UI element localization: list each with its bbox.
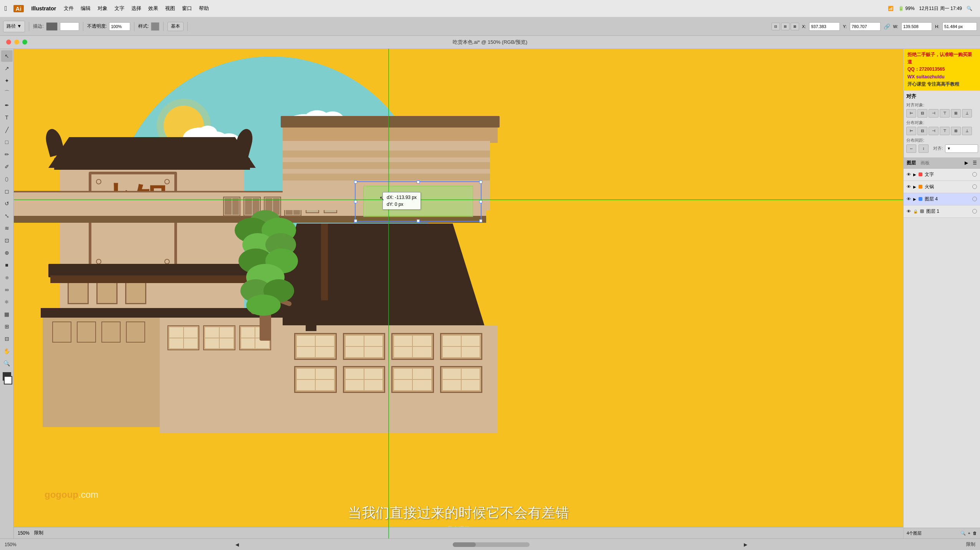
scroll-right-btn[interactable]: ▶ [744,542,747,547]
distribute-objects-section: 分布对象: ⊢ ⊟ ⊣ ⊤ ⊞ ⊥ [906,120,978,135]
layer-eye-1[interactable]: 👁 [907,209,911,214]
close-button[interactable] [6,40,11,45]
align-to-dropdown[interactable]: ▼ [945,144,978,153]
menu-text[interactable]: 文字 [114,5,124,12]
shape-builder-tool[interactable]: ⊕ [1,247,13,258]
dist-center-v-btn[interactable]: ⊞ [951,127,961,135]
menu-help[interactable]: 帮助 [199,5,209,12]
stroke-width-input[interactable] [60,22,79,31]
dist-v-space-btn[interactable]: ↕ [919,144,929,153]
eraser-tool[interactable]: ◻ [1,186,13,197]
menu-object[interactable]: 对象 [98,5,108,12]
stroke-color-box[interactable] [4,376,12,384]
apple-logo[interactable]:  [5,5,7,13]
magic-wand-tool[interactable]: ✦ [1,75,13,86]
search-layers-icon[interactable]: 🔍 [960,531,966,536]
layer-name-1: 图层 1 [926,208,970,215]
type-tool[interactable]: T [1,112,13,123]
gradient-tool[interactable]: ■ [1,259,13,271]
warp-tool[interactable]: ≋ [1,222,13,234]
promo-banner: 拒绝二手贩子，认准唯一购买渠道 QQ：2720013565 WX suitaoz… [904,49,980,91]
scroll-left-btn[interactable]: ◀ [235,542,239,547]
menu-effect[interactable]: 效果 [148,5,158,12]
dist-bottom-btn[interactable]: ⊥ [962,127,972,135]
pencil-tool[interactable]: ✐ [1,161,13,172]
pen-tool[interactable]: ✒ [1,99,13,111]
align-h-btn[interactable]: ⊟ [771,23,780,30]
lasso-tool[interactable]: ⌒ [1,87,13,99]
menu-edit[interactable]: 编辑 [81,5,91,12]
search-icon[interactable]: 🔍 [967,6,972,11]
dist-right-btn[interactable]: ⊣ [929,127,939,135]
document-title: 吃货本色.ai* @ 150% (RGB/预览) [453,39,528,46]
select-tool[interactable]: ↖ [1,50,13,62]
paintbrush-tool[interactable]: ✏ [1,149,13,160]
align-bottom-btn[interactable]: ⊥ [962,109,972,118]
layer-eye-text[interactable]: 👁 [907,172,911,177]
align-c-btn[interactable]: ⊠ [791,23,799,30]
stroke-color[interactable] [46,22,58,31]
zoom-display[interactable]: 150% [5,542,17,547]
opacity-input[interactable] [109,22,130,31]
layer-eye-hotpot[interactable]: 👁 [907,184,911,189]
zoom-tool[interactable]: 🔍 [1,358,13,369]
align-v-btn[interactable]: ⊞ [781,23,790,30]
layer-item-text[interactable]: 👁 ▶ 文字 [904,169,980,181]
delete-layer-btn[interactable]: 🗑 [973,531,977,536]
layer-expand-text[interactable]: ▶ [913,172,916,177]
h-input[interactable] [942,22,977,31]
align-center-v-btn[interactable]: ⊞ [951,109,961,118]
menu-file[interactable]: 文件 [64,5,74,12]
dist-top-btn[interactable]: ⊤ [940,127,950,135]
rotate-tool[interactable]: ↺ [1,198,13,209]
dist-left-btn[interactable]: ⊢ [906,127,916,135]
w-input[interactable] [901,22,932,31]
menu-select[interactable]: 选择 [131,5,141,12]
artboards-tab[interactable]: 画板 [920,160,930,166]
layer-expand-hotpot[interactable]: ▶ [913,185,916,189]
link-icon[interactable]: 🔗 [884,23,890,30]
align-left-btn[interactable]: ⊢ [906,109,916,118]
x-input[interactable] [809,22,840,31]
align-right-btn[interactable]: ⊣ [929,109,939,118]
line-tool[interactable]: ╱ [1,124,13,136]
maximize-button[interactable] [22,40,27,45]
menu-view[interactable]: 视图 [165,5,175,12]
layers-tab[interactable]: 图层 [907,160,916,166]
align-center-h-btn[interactable]: ⊟ [917,109,927,118]
layer-expand-4[interactable]: ▶ [913,197,916,201]
column-chart-tool[interactable]: ▦ [1,308,13,320]
layer-lock-1[interactable]: 🔒 [913,209,918,214]
blend-tool[interactable]: ∞ [1,284,13,295]
canvas-area[interactable]: 火锅 [14,49,903,538]
hand-tool[interactable]: ✋ [1,345,13,357]
tool-selector[interactable]: 路径 ▼ [3,21,25,32]
scale-tool[interactable]: ⤡ [1,210,13,222]
menu-window[interactable]: 窗口 [182,5,192,12]
artboard-tool[interactable]: ⊞ [1,321,13,332]
dist-h-space-btn[interactable]: ↔ [906,144,916,153]
align-top-btn[interactable]: ⊤ [940,109,950,118]
layers-expand-btn[interactable]: ▶ [965,160,968,166]
free-transform-tool[interactable]: ⊡ [1,235,13,246]
y-input[interactable] [850,22,881,31]
symbol-tool[interactable]: ⚛ [1,296,13,308]
slice-tool[interactable]: ⊟ [1,333,13,345]
y-label: Y: [843,24,847,29]
eyedropper-tool[interactable]: ⍟ [1,272,13,283]
layer-item-4[interactable]: 👁 ▶ 图层 4 [904,193,980,205]
layer-item-hotpot[interactable]: 👁 ▶ 火锅 [904,181,980,193]
add-layer-btn[interactable]: + [968,531,970,536]
rect-tool[interactable]: □ [1,136,13,148]
style-swatch[interactable] [151,22,159,31]
zoom-label[interactable]: 基本 [167,22,184,31]
layers-controls: 🔍 + 🗑 [960,531,977,536]
layers-menu-btn[interactable]: ☰ [973,160,977,166]
blob-tool[interactable]: ⬯ [1,173,13,185]
minimize-button[interactable] [14,40,19,45]
layer-item-1[interactable]: 👁 🔒 图层 1 [904,205,980,218]
dist-center-h-btn[interactable]: ⊟ [917,127,927,135]
layer-eye-4[interactable]: 👁 [907,197,911,201]
direct-select-tool[interactable]: ↗ [1,63,13,74]
scroll-bar[interactable] [453,542,530,547]
